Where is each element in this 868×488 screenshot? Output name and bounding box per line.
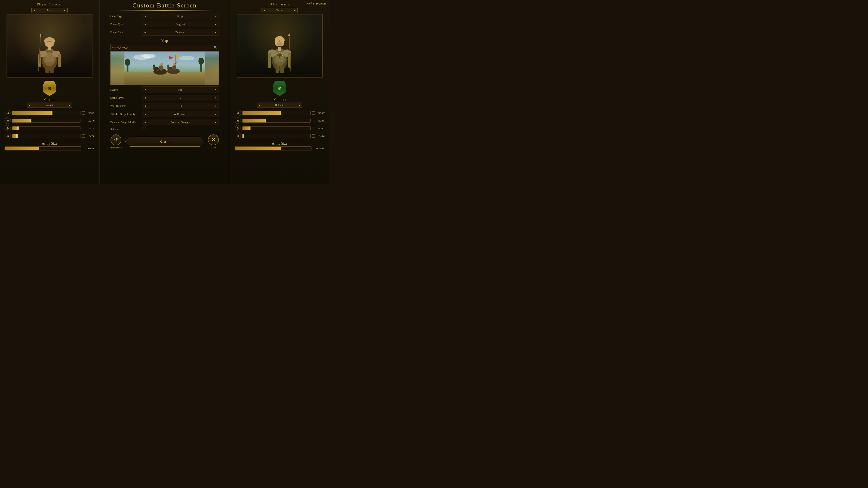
- map-preview[interactable]: [110, 51, 219, 85]
- player-stat-row-1: ⊗ %27.0: [4, 118, 94, 124]
- player-portrait: [6, 14, 92, 77]
- sallyout-checkbox[interactable]: [142, 127, 146, 131]
- cpu-stat-bar-0[interactable]: [242, 111, 311, 115]
- map-search-bar[interactable]: aserai_town_a 🔍: [110, 44, 219, 51]
- player-type-selector[interactable]: Sergeant: [142, 21, 219, 27]
- player-faction-selector[interactable]: Aserai: [27, 103, 72, 108]
- map-scene-svg: [111, 52, 219, 85]
- player-faction-emblem: ⊕: [43, 80, 56, 96]
- svg-point-32: [153, 64, 156, 68]
- back-button[interactable]: ✕ Back: [208, 134, 219, 149]
- player-side-value: Defender: [176, 31, 186, 34]
- player-name-selector[interactable]: Eren: [31, 8, 68, 13]
- attacker-siege-label: Attacker Siege Priority: [110, 112, 142, 116]
- title-divider: [116, 10, 213, 11]
- battle-settings-grid: Season Fall Scene Level 2 Wall Hitpoints…: [110, 87, 219, 133]
- wall-hitpoints-selector[interactable]: 100: [142, 103, 219, 109]
- cpu-faction-selector[interactable]: Battania: [257, 103, 302, 108]
- player-stat-bar-0[interactable]: [12, 111, 81, 115]
- defender-siege-row: Defender Siege Priority Preserve Strengt…: [110, 119, 219, 125]
- player-side-selector[interactable]: Defender: [142, 29, 219, 35]
- player-stat-bar-2[interactable]: [12, 126, 81, 130]
- player-stat-handle-0[interactable]: [51, 111, 53, 115]
- svg-rect-58: [268, 53, 271, 68]
- cpu-stat-bar-2[interactable]: [242, 126, 311, 130]
- cpu-faction-emblem: ❋: [273, 80, 286, 96]
- cpu-stat-bar-1[interactable]: [242, 119, 311, 123]
- cpu-stat-value-2: %10.7: [316, 127, 324, 130]
- player-stat-handle-1[interactable]: [30, 119, 31, 123]
- back-icon[interactable]: ✕: [208, 134, 219, 145]
- cpu-army-value: 364 men: [313, 147, 324, 150]
- player-stat-fill-2: [12, 127, 18, 130]
- season-row: Season Fall: [110, 87, 219, 93]
- player-stat-checkbox-1[interactable]: [82, 119, 85, 122]
- cpu-warrior-svg: [264, 19, 296, 73]
- cpu-stat-value-3: %0.0: [316, 135, 324, 137]
- cpu-stat-handle-1[interactable]: [265, 119, 266, 123]
- cpu-stat-handle-3[interactable]: [243, 134, 244, 138]
- wall-hitpoints-value: 100: [178, 104, 182, 108]
- cpu-stat-checkbox-2[interactable]: [312, 127, 315, 130]
- player-stat-checkbox-2[interactable]: [82, 127, 85, 130]
- player-type-row: Player Type Sergeant: [110, 21, 219, 27]
- player-stat-checkbox-0[interactable]: [82, 111, 85, 115]
- defender-siege-selector[interactable]: Preserve Strength: [142, 119, 219, 125]
- player-stat-fill-1: [12, 119, 31, 123]
- scene-level-selector[interactable]: 2: [142, 95, 219, 101]
- attacker-siege-selector[interactable]: Wall Breach: [142, 111, 219, 117]
- cpu-stats-area: ⊘ %55.7 ⊗ %33.5: [232, 110, 327, 140]
- cpu-stat-handle-0[interactable]: [280, 111, 281, 115]
- player-type-value: Sergeant: [176, 23, 185, 26]
- player-army-bar[interactable]: [4, 147, 81, 151]
- randomize-icon[interactable]: ↺: [111, 134, 121, 145]
- player-stat-fill-0: [12, 111, 52, 115]
- player-stat-handle-3[interactable]: [17, 134, 18, 138]
- cpu-stat-handle-2[interactable]: [249, 126, 250, 130]
- player-warrior-svg: [34, 19, 65, 73]
- map-search-text: aserai_town_a: [112, 46, 213, 49]
- cpu-stat-value-1: %33.5: [316, 119, 324, 122]
- player-side-label: Player Side: [110, 31, 142, 34]
- season-value: Fall: [178, 88, 183, 92]
- cpu-name-selector[interactable]: Carfyd: [261, 8, 298, 13]
- player-stat-handle-2[interactable]: [17, 126, 19, 130]
- game-type-selector[interactable]: Siege: [142, 13, 219, 19]
- svg-rect-14: [45, 66, 49, 73]
- svg-point-9: [46, 42, 53, 47]
- player-stat-bar-3[interactable]: [12, 134, 81, 138]
- game-type-value: Siege: [178, 14, 184, 18]
- svg-point-22: [125, 59, 130, 66]
- center-panel: Custom Battle Screen Game Type Siege Pla…: [99, 0, 230, 184]
- player-stat-fill-3: [12, 134, 17, 138]
- start-button[interactable]: Start: [125, 137, 204, 147]
- cpu-army-bar[interactable]: [235, 147, 311, 151]
- cpu-army-section: Army Size 364 men: [232, 141, 327, 151]
- player-stat-icon-2: ⊙: [4, 125, 11, 131]
- map-section-title: Map: [110, 39, 219, 43]
- cpu-stat-value-0: %55.7: [316, 111, 324, 114]
- search-icon[interactable]: 🔍: [213, 46, 217, 49]
- cpu-stat-bar-3[interactable]: [242, 134, 311, 138]
- cpu-stat-icon-3: ⊛: [235, 133, 241, 139]
- cpu-stat-fill-2: [243, 127, 250, 130]
- cpu-stat-checkbox-0[interactable]: [312, 111, 315, 115]
- svg-point-48: [278, 54, 281, 57]
- player-faction-label: Faction: [43, 97, 56, 102]
- cpu-stat-fill-0: [243, 111, 280, 115]
- cpu-stat-fill-3: [243, 134, 243, 138]
- cpu-stat-checkbox-1[interactable]: [312, 119, 315, 122]
- cpu-stat-checkbox-3[interactable]: [312, 134, 315, 138]
- player-stat-row-3: ⊛ %7.0: [4, 133, 94, 139]
- wall-hitpoints-label: Wall Hitpoints: [110, 104, 142, 108]
- attacker-siege-value: Wall Breach: [174, 112, 187, 116]
- player-stat-bar-1[interactable]: [12, 119, 81, 123]
- season-selector[interactable]: Fall: [142, 87, 219, 93]
- svg-point-19: [142, 54, 156, 58]
- randomize-button[interactable]: ↺ Randomize: [110, 134, 122, 149]
- cpu-portrait: [237, 14, 322, 77]
- player-stat-checkbox-3[interactable]: [82, 134, 85, 138]
- screen-title: Custom Battle Screen: [132, 2, 197, 9]
- scene-level-label: Scene Level: [110, 96, 142, 100]
- cpu-stat-icon-2: ⊙: [235, 125, 241, 131]
